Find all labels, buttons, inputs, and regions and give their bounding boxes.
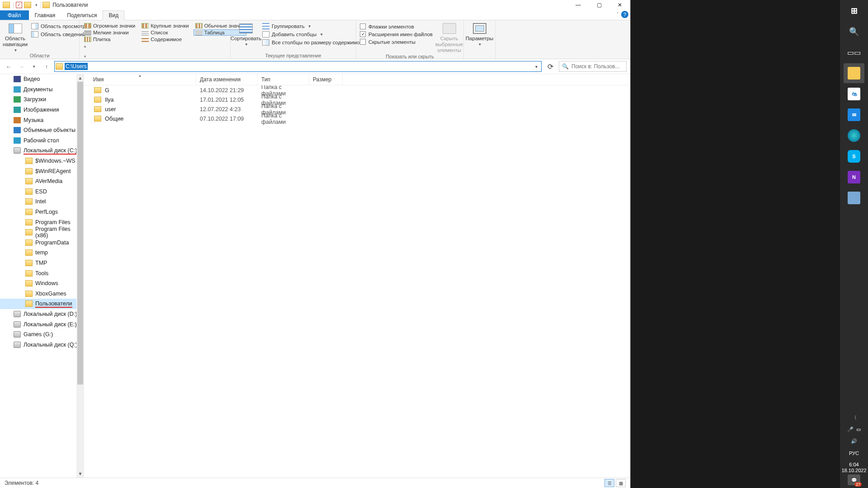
sidebar-expand[interactable]: 〈: [844, 412, 864, 424]
scroll-thumb[interactable]: [77, 82, 83, 385]
down-icon: [14, 96, 21, 103]
column-type[interactable]: Тип: [258, 74, 309, 85]
sidebar-explorer[interactable]: [844, 63, 864, 83]
qat-dropdown-icon[interactable]: ▾: [34, 3, 38, 7]
close-button[interactable]: ✕: [609, 0, 630, 10]
tree-item[interactable]: Tools: [0, 268, 84, 278]
checkbox-hidden-items[interactable]: Скрытые элементы: [359, 38, 434, 45]
tree-item[interactable]: $Windows.~WS: [0, 156, 84, 166]
tree-item[interactable]: PerfLogs: [0, 207, 84, 217]
tree-scrollbar[interactable]: ▲ ▼: [76, 74, 84, 478]
tree-item[interactable]: Видео: [0, 74, 84, 84]
tab-home[interactable]: Главная: [29, 10, 61, 20]
view-largeicons-button[interactable]: ▦: [616, 479, 626, 487]
layout-list[interactable]: Список: [140, 29, 190, 36]
tree-item[interactable]: temp: [0, 248, 84, 258]
tree-item[interactable]: Изображения: [0, 105, 84, 115]
folder-icon: [94, 106, 101, 112]
search-box[interactable]: 🔍 Поиск в: Пользов...: [559, 61, 627, 72]
qat-properties-icon[interactable]: ✓: [16, 2, 22, 8]
add-columns-button[interactable]: Добавить столбцы ▼: [260, 31, 366, 38]
checkbox-extensions[interactable]: ✓ Расширения имен файлов: [359, 31, 434, 38]
tree-item[interactable]: XboxGames: [0, 288, 84, 299]
scroll-down-icon[interactable]: ▼: [76, 470, 84, 478]
view-details-button[interactable]: ☰: [604, 479, 614, 487]
sidebar-store[interactable]: 🛍: [844, 84, 864, 104]
nav-pane-button[interactable]: Область навигации ▼: [3, 21, 28, 53]
tree-item[interactable]: $WinREAgent: [0, 166, 84, 176]
tree-item[interactable]: Локальный диск (Q:): [0, 339, 84, 350]
layout-xlarge[interactable]: Огромные значки: [82, 23, 137, 29]
sidebar-clock[interactable]: 6:04 18.10.2022: [841, 462, 866, 474]
autosize-columns-button[interactable]: Все столбцы по размеру содержимого: [260, 39, 366, 46]
sidebar-notifications[interactable]: 💬 27: [848, 474, 860, 485]
address-path[interactable]: C:\Users: [65, 63, 88, 70]
ribbon-collapse-icon[interactable]: ˆ: [617, 12, 618, 17]
column-name[interactable]: ▲ Имя: [84, 74, 196, 85]
tree-item[interactable]: Рабочий стол: [0, 136, 84, 146]
maximize-button[interactable]: ▢: [589, 0, 609, 10]
sidebar-app[interactable]: [844, 188, 864, 208]
checkbox-item-flags[interactable]: Флажки элементов: [359, 23, 434, 30]
file-row[interactable]: Ilya17.01.2021 12:05Папка с файлами: [84, 95, 630, 104]
sidebar-mic-proj[interactable]: 🎤 ▭: [844, 424, 864, 436]
address-bar[interactable]: C:\Users ▾: [54, 61, 542, 72]
tree-item[interactable]: Объемные объекты: [0, 125, 84, 136]
tree-item[interactable]: ESD: [0, 187, 84, 197]
tab-view[interactable]: Вид: [103, 10, 124, 20]
qat-newfolder-icon[interactable]: [24, 2, 31, 8]
file-row[interactable]: G14.10.2022 21:29Папка с файлами: [84, 85, 630, 95]
tree-item[interactable]: Загрузки: [0, 94, 84, 105]
groupby-button[interactable]: Группировать ▼: [260, 23, 366, 30]
tree-item[interactable]: Документы: [0, 84, 84, 95]
layout-small[interactable]: Мелкие значки: [82, 29, 137, 36]
refresh-button[interactable]: ⟳: [544, 61, 556, 72]
group-icon: [262, 23, 269, 29]
file-row[interactable]: Общие07.10.2022 17:09Папка с файлами: [84, 114, 630, 123]
column-size[interactable]: Размер: [309, 74, 343, 85]
tree-item[interactable]: Intel: [0, 197, 84, 207]
layout-tiles[interactable]: Плитка: [82, 36, 137, 42]
tree-item[interactable]: Локальный диск (C:): [0, 145, 84, 156]
sidebar-lang[interactable]: РУС: [844, 447, 864, 459]
sort-button[interactable]: Сортировать ▼: [233, 21, 259, 47]
minimize-button[interactable]: —: [568, 0, 589, 10]
tree-item[interactable]: Пользователи: [0, 299, 84, 309]
help-icon[interactable]: ?: [621, 11, 628, 18]
tree-item[interactable]: Games (G:): [0, 329, 84, 340]
layout-large[interactable]: Крупные значки: [140, 23, 190, 29]
layout-content[interactable]: Содержимое: [140, 36, 190, 42]
sidebar-taskview[interactable]: ▭▭: [844, 42, 864, 62]
sidebar-mail[interactable]: ✉: [844, 105, 864, 125]
history-dropdown[interactable]: ▾: [29, 61, 39, 71]
autosize-label: Все столбцы по размеру содержимого: [272, 40, 364, 45]
up-button[interactable]: ↑: [42, 61, 52, 71]
layout-scroll-up-icon[interactable]: ▲: [83, 44, 87, 48]
file-row[interactable]: user12.07.2022 4:23Папка с файлами: [84, 104, 630, 114]
tree-item[interactable]: AVerMedia: [0, 176, 84, 187]
sidebar-volume[interactable]: 🔊: [844, 436, 864, 447]
sidebar-search[interactable]: 🔍: [844, 22, 864, 42]
back-button[interactable]: ←: [4, 61, 14, 71]
sidebar-edge[interactable]: [844, 126, 864, 145]
tree-item[interactable]: Локальный диск (D:): [0, 309, 84, 319]
column-date[interactable]: Дата изменения: [196, 74, 258, 85]
address-dropdown-icon[interactable]: ▾: [532, 64, 540, 69]
sidebar-skype[interactable]: S: [844, 146, 864, 166]
layout-scroll-down-icon[interactable]: ▼: [83, 55, 87, 59]
tree-item[interactable]: Program Files (x86): [0, 227, 84, 238]
tree-item[interactable]: Музыка: [0, 115, 84, 125]
tree-item[interactable]: Windows: [0, 278, 84, 289]
forward-button[interactable]: →: [16, 61, 26, 71]
sidebar-start[interactable]: ⊞: [844, 1, 864, 21]
tree-item[interactable]: Локальный диск (E:): [0, 319, 84, 329]
tree-item[interactable]: TMP: [0, 258, 84, 268]
tab-file[interactable]: Файл: [0, 10, 29, 20]
sidebar-onenote[interactable]: N: [844, 167, 864, 187]
tab-share[interactable]: Поделиться: [61, 10, 103, 20]
scroll-up-icon[interactable]: ▲: [76, 74, 84, 82]
tree-item[interactable]: ProgramData: [0, 238, 84, 248]
options-button[interactable]: Параметры ▼: [467, 21, 492, 47]
hide-selected-button[interactable]: Скрыть выбранные элементы: [435, 21, 463, 54]
app-icon: [848, 192, 860, 204]
